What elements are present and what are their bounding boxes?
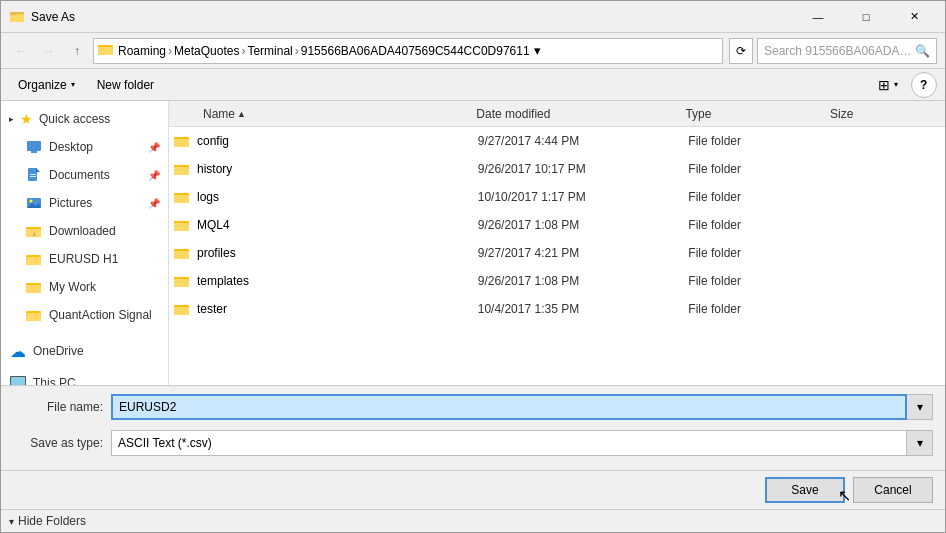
organize-button[interactable]: Organize ▾ [9, 73, 84, 97]
sidebar-item-quantaction[interactable]: QuantAction Signal [1, 301, 168, 329]
col-header-size[interactable]: Size [822, 101, 941, 126]
svg-rect-45 [174, 193, 180, 195]
mywork-folder-icon [25, 278, 43, 296]
svg-rect-21 [26, 255, 32, 257]
forward-button[interactable]: → [37, 39, 61, 63]
table-row[interactable]: templates 9/26/2017 1:08 PM File folder [169, 267, 945, 295]
filelist-header: Name ▲ Date modified Type Size [169, 101, 945, 127]
breadcrumb-item-guid[interactable]: 915566BA06ADA407569C544CC0D97611 [301, 44, 530, 58]
sidebar-item-pictures[interactable]: Pictures 📌 [1, 189, 168, 217]
sidebar-item-onedrive[interactable]: ☁ OneDrive [1, 337, 168, 365]
savetype-row: Save as type: ASCII Text (*.csv) ▾ [1, 430, 945, 464]
col-header-name[interactable]: Name ▲ [195, 101, 468, 126]
save-as-dialog: Save As — □ ✕ ← → ↑ Roaming › Met [0, 0, 946, 533]
filename-dropdown-button[interactable]: ▾ [907, 394, 933, 420]
main-content: ▸ ★ Quick access Desktop 📌 [1, 101, 945, 385]
svg-rect-54 [174, 277, 180, 279]
bottom-area: File name: ▾ Save as type: ASCII Text (*… [1, 385, 945, 532]
documents-icon [25, 166, 43, 184]
col-header-type[interactable]: Type [677, 101, 822, 126]
new-folder-button[interactable]: New folder [88, 73, 163, 97]
svg-rect-10 [30, 174, 36, 175]
svg-rect-56 [174, 307, 189, 315]
folder-icon-5 [173, 272, 191, 290]
buttons-row: Save ↖ Cancel [1, 470, 945, 509]
search-icon: 🔍 [915, 44, 930, 58]
folder-icon-2 [173, 188, 191, 206]
downloaded-icon: ↓ [25, 222, 43, 240]
svg-rect-6 [27, 141, 41, 151]
sidebar-item-eurusd[interactable]: EURUSD H1 [1, 245, 168, 273]
svg-rect-4 [98, 47, 113, 55]
savetype-select[interactable]: ASCII Text (*.csv) [111, 430, 907, 456]
breadcrumb[interactable]: Roaming › MetaQuotes › Terminal › 915566… [93, 38, 723, 64]
svg-rect-38 [174, 139, 189, 147]
sidebar-item-mywork[interactable]: My Work [1, 273, 168, 301]
help-button[interactable]: ? [911, 72, 937, 98]
minimize-button[interactable]: — [795, 3, 841, 31]
view-dropdown-icon: ▾ [894, 80, 898, 89]
hide-folders-toggle[interactable]: ▾ Hide Folders [1, 509, 945, 532]
search-box[interactable]: Search 915566BA06ADA40756... 🔍 [757, 38, 937, 64]
svg-rect-7 [31, 151, 37, 153]
filename-label: File name: [13, 400, 103, 414]
sidebar-quick-access-header[interactable]: ▸ ★ Quick access [1, 105, 168, 133]
quick-access-expand-icon: ▸ [9, 114, 14, 124]
svg-text:↓: ↓ [32, 229, 36, 238]
breadcrumb-item-roaming[interactable]: Roaming › [118, 44, 174, 58]
filename-input[interactable] [111, 394, 907, 420]
addressbar: ← → ↑ Roaming › MetaQuotes › Terminal [1, 33, 945, 69]
quantaction-folder-icon [25, 306, 43, 324]
cancel-button[interactable]: Cancel [853, 477, 933, 503]
thispc-icon [9, 374, 27, 385]
savetype-dropdown-button[interactable]: ▾ [907, 430, 933, 456]
sidebar-item-documents[interactable]: Documents 📌 [1, 161, 168, 189]
table-row[interactable]: logs 10/10/2017 1:17 PM File folder [169, 183, 945, 211]
view-button[interactable]: ⊞ ▾ [869, 73, 907, 97]
table-row[interactable]: config 9/27/2017 4:44 PM File folder [169, 127, 945, 155]
folder-icon-1 [173, 160, 191, 178]
back-button[interactable]: ← [9, 39, 33, 63]
onedrive-icon: ☁ [9, 342, 27, 360]
folder-icon-0 [173, 132, 191, 150]
svg-rect-20 [26, 257, 41, 265]
maximize-button[interactable]: □ [843, 3, 889, 31]
desktop-pin-icon: 📌 [148, 142, 160, 153]
svg-rect-41 [174, 167, 189, 175]
up-button[interactable]: ↑ [65, 39, 89, 63]
sidebar-item-downloaded[interactable]: ↓ Downloaded [1, 217, 168, 245]
svg-rect-47 [174, 223, 189, 231]
search-placeholder: Search 915566BA06ADA40756... [764, 44, 915, 58]
sidebar-item-thispc[interactable]: This PC [1, 369, 168, 385]
table-row[interactable]: profiles 9/27/2017 4:21 PM File folder [169, 239, 945, 267]
sidebar-item-desktop[interactable]: Desktop 📌 [1, 133, 168, 161]
organize-dropdown-icon: ▾ [71, 80, 75, 89]
svg-rect-27 [26, 311, 32, 313]
refresh-button[interactable]: ⟳ [729, 38, 753, 64]
titlebar-icon [9, 9, 25, 25]
col-header-date[interactable]: Date modified [468, 101, 677, 126]
svg-rect-1 [10, 14, 24, 22]
svg-rect-42 [174, 165, 180, 167]
docs-pin-icon: 📌 [148, 170, 160, 181]
breadcrumb-dropdown-button[interactable]: ▾ [530, 40, 546, 62]
toolbar: Organize ▾ New folder ⊞ ▾ ? [1, 69, 945, 101]
filelist-scroll[interactable]: config 9/27/2017 4:44 PM File folder his… [169, 127, 945, 385]
svg-rect-29 [11, 377, 25, 385]
folder-icon-6 [173, 300, 191, 318]
close-button[interactable]: ✕ [891, 3, 937, 31]
sidebar: ▸ ★ Quick access Desktop 📌 [1, 101, 169, 385]
svg-rect-2 [10, 12, 17, 15]
pictures-icon [25, 194, 43, 212]
svg-rect-51 [174, 249, 180, 251]
svg-rect-23 [26, 285, 41, 293]
breadcrumb-item-terminal[interactable]: Terminal › [247, 44, 300, 58]
table-row[interactable]: tester 10/4/2017 1:35 PM File folder [169, 295, 945, 323]
svg-rect-48 [174, 221, 180, 223]
folder-icon-4 [173, 244, 191, 262]
table-row[interactable]: history 9/26/2017 10:17 PM File folder [169, 155, 945, 183]
cursor-indicator: ↖ [838, 486, 851, 505]
save-button[interactable]: Save ↖ [765, 477, 845, 503]
table-row[interactable]: MQL4 9/26/2017 1:08 PM File folder [169, 211, 945, 239]
breadcrumb-item-metaquotes[interactable]: MetaQuotes › [174, 44, 247, 58]
